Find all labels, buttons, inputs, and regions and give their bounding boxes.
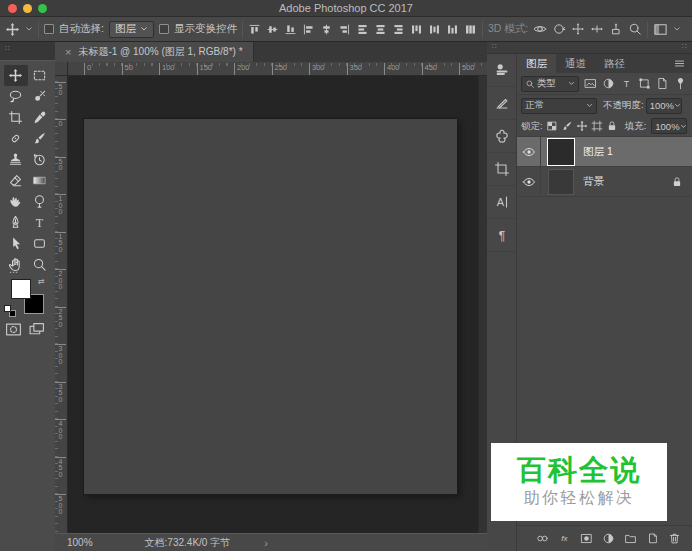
visibility-eye-icon[interactable] — [517, 137, 541, 166]
direct-select-tool[interactable] — [4, 233, 28, 254]
layer-row-layer1[interactable]: 图层 1 — [517, 137, 692, 167]
scale-3d-icon[interactable] — [609, 22, 623, 36]
brush-lock-icon[interactable] — [561, 120, 573, 132]
align-right-icon[interactable] — [338, 23, 351, 36]
folder-icon[interactable] — [624, 532, 637, 545]
character-panel-icon[interactable]: A — [487, 186, 516, 219]
dock-options-icon[interactable]: ∷ — [682, 42, 687, 51]
align-left-icon[interactable] — [302, 23, 315, 36]
marquee-tool[interactable] — [28, 65, 52, 86]
workspace-icon[interactable] — [653, 22, 668, 37]
quick-select-tool[interactable] — [28, 86, 52, 107]
checkerboard-icon[interactable] — [546, 120, 558, 132]
crop-tool[interactable] — [4, 107, 28, 128]
show-transform-checkbox[interactable] — [159, 24, 169, 34]
tab-paths[interactable]: 路径 — [595, 54, 634, 73]
dist-center-icon[interactable] — [428, 23, 441, 36]
status-chevron[interactable]: › — [264, 537, 268, 549]
styles-panel-icon[interactable] — [487, 120, 516, 153]
filter-type-dropdown[interactable]: 类型 — [521, 76, 579, 92]
type-small-icon[interactable]: T — [620, 77, 633, 90]
visibility-eye-icon[interactable] — [517, 167, 541, 196]
layer-thumbnail[interactable] — [548, 139, 574, 165]
adjustment-icon[interactable] — [602, 532, 615, 545]
quick-mask-button[interactable] — [5, 321, 22, 338]
tab-channels[interactable]: 通道 — [556, 54, 595, 73]
vertical-scrollbar[interactable] — [478, 76, 487, 533]
lock-icon[interactable] — [606, 120, 618, 132]
pen-tool[interactable] — [4, 212, 28, 233]
layer-row-background[interactable]: 背景 — [517, 167, 692, 197]
dist-middle-icon[interactable] — [374, 23, 387, 36]
canvas-document[interactable] — [84, 119, 457, 494]
brush-tool[interactable] — [28, 128, 52, 149]
screen-mode-button[interactable] — [28, 321, 45, 338]
adjustments-panel-icon[interactable] — [487, 87, 516, 120]
align-center-icon[interactable] — [320, 23, 333, 36]
artboard-icon[interactable] — [591, 120, 603, 132]
default-colors-button[interactable] — [4, 305, 16, 317]
close-tab-icon[interactable]: × — [65, 46, 71, 58]
dist-right-icon[interactable] — [446, 23, 459, 36]
half-circle-icon[interactable] — [602, 77, 615, 90]
workspace-chevron-icon[interactable] — [673, 25, 681, 33]
dist-left-icon[interactable] — [410, 23, 423, 36]
shape-tool[interactable] — [28, 233, 52, 254]
dist-bottom-icon[interactable] — [392, 23, 405, 36]
auto-select-checkbox[interactable] — [44, 24, 54, 34]
opacity-dropdown[interactable]: 100% — [646, 98, 682, 114]
move-lock-icon[interactable] — [576, 120, 588, 132]
blend-mode-dropdown[interactable]: 正常 — [521, 98, 597, 114]
orbit-3d-icon[interactable] — [533, 22, 547, 36]
vector-square-icon[interactable] — [638, 77, 651, 90]
align-bottom-icon[interactable] — [284, 23, 297, 36]
type-tool[interactable]: T — [28, 212, 52, 233]
pin-icon[interactable] — [674, 77, 687, 90]
roll-3d-icon[interactable] — [552, 22, 566, 36]
foreground-color-swatch[interactable] — [11, 279, 31, 299]
stamp-tool[interactable] — [4, 149, 28, 170]
slide-3d-icon[interactable] — [590, 22, 604, 36]
window-title: Adobe Photoshop CC 2017 — [0, 2, 692, 14]
mask-icon[interactable] — [580, 532, 593, 545]
panel-menu-icon[interactable] — [667, 54, 692, 73]
pan-3d-icon[interactable] — [571, 22, 585, 36]
document-tab[interactable]: × 未标题-1 @ 100% (图层 1, RGB/8*) * — [55, 42, 254, 62]
eyedropper-tool[interactable] — [28, 107, 52, 128]
zoom-tool[interactable] — [28, 254, 52, 275]
healing-tool[interactable] — [4, 128, 28, 149]
properties-panel-icon[interactable] — [487, 153, 516, 186]
gradient-tool[interactable] — [28, 170, 52, 191]
image-frame-icon[interactable] — [584, 77, 597, 90]
align-middle-icon[interactable] — [266, 23, 279, 36]
eraser-tool[interactable] — [4, 170, 28, 191]
distribute-spacing-icon[interactable] — [464, 23, 477, 36]
color-panel-icon[interactable] — [487, 54, 516, 87]
page-icon[interactable] — [656, 77, 669, 90]
trash-icon[interactable] — [668, 532, 681, 545]
zoom-level-field[interactable]: 100% — [67, 537, 93, 548]
dodge-tool[interactable] — [28, 191, 52, 212]
new-layer-icon[interactable] — [646, 532, 659, 545]
move-tool[interactable] — [4, 65, 28, 86]
lasso-tool[interactable] — [4, 86, 28, 107]
collapse-dock-icon[interactable]: ∷ — [492, 42, 497, 51]
link-icon[interactable] — [536, 532, 549, 545]
dist-top-icon[interactable] — [356, 23, 369, 36]
fx-icon[interactable]: fx — [558, 532, 571, 545]
fill-dropdown[interactable]: 100% — [651, 118, 687, 134]
paragraph-panel-icon[interactable]: ¶ — [487, 219, 516, 252]
auto-select-dropdown[interactable]: 图层 — [109, 21, 154, 38]
tool-preset-chevron-icon[interactable] — [25, 25, 33, 33]
ruler-label: 500 — [55, 494, 66, 516]
swap-colors-button[interactable]: ⇄ — [38, 277, 45, 286]
move-tool-preset-icon[interactable] — [5, 22, 20, 37]
tab-layers[interactable]: 图层 — [517, 54, 556, 73]
align-top-icon[interactable] — [248, 23, 261, 36]
search-icon[interactable] — [628, 22, 642, 36]
watermark-subtitle: 助你轻松解决 — [524, 488, 635, 509]
history-brush-tool[interactable] — [28, 149, 52, 170]
smudge-tool[interactable] — [4, 191, 28, 212]
layer-thumbnail[interactable] — [548, 169, 574, 195]
more-tools-button[interactable]: ⋯ — [9, 267, 19, 277]
